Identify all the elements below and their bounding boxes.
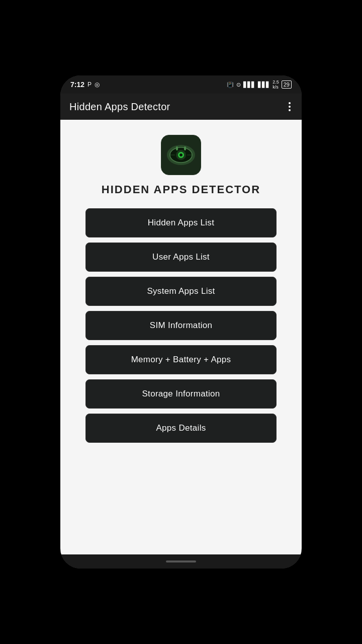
sim-information-button[interactable]: SIM Information bbox=[85, 311, 277, 340]
svg-rect-6 bbox=[184, 146, 186, 150]
hidden-apps-list-button[interactable]: Hidden Apps List bbox=[85, 208, 277, 237]
app-icon bbox=[161, 135, 201, 175]
notification-icon-parking: P bbox=[87, 81, 92, 88]
app-bar: Hidden Apps Detector bbox=[60, 94, 302, 120]
app-heading: Hidden Apps Detector bbox=[102, 183, 260, 196]
phone-frame: 7:12 P ◎ 📳 ⊙ ▋▋▋ ▋▋▋ 2.5k/s 29 Hidden Ap… bbox=[60, 75, 302, 569]
storage-information-button[interactable]: Storage Information bbox=[85, 379, 277, 409]
memory-battery-apps-button[interactable]: Memory + Battery + Apps bbox=[85, 345, 277, 374]
battery-icon: 29 bbox=[282, 80, 292, 89]
wifi-icon: ⊙ bbox=[236, 82, 241, 88]
more-options-button[interactable] bbox=[287, 100, 293, 113]
app-icon-svg bbox=[166, 144, 196, 167]
home-indicator bbox=[166, 560, 196, 562]
status-left: 7:12 P ◎ bbox=[70, 80, 100, 89]
signal-icon-1: ▋▋▋ bbox=[243, 82, 255, 88]
svg-rect-5 bbox=[176, 146, 178, 150]
apps-details-button[interactable]: Apps Details bbox=[85, 414, 277, 443]
more-dot-1 bbox=[289, 102, 291, 104]
user-apps-list-button[interactable]: User Apps List bbox=[85, 243, 277, 272]
app-icon-container bbox=[161, 135, 201, 175]
vibrate-icon: 📳 bbox=[227, 82, 234, 88]
more-dot-2 bbox=[289, 106, 291, 108]
data-speed: 2.5k/s bbox=[273, 79, 279, 90]
status-icons: 📳 ⊙ ▋▋▋ ▋▋▋ 2.5k/s 29 bbox=[227, 79, 292, 90]
more-dot-3 bbox=[289, 109, 291, 111]
status-time: 7:12 bbox=[70, 80, 84, 89]
bottom-bar bbox=[60, 554, 302, 569]
notification-icon-circle: ◎ bbox=[95, 81, 100, 88]
system-apps-list-button[interactable]: System Apps List bbox=[85, 277, 277, 306]
main-content: Hidden Apps Detector Hidden Apps List Us… bbox=[60, 120, 302, 554]
signal-icon-2: ▋▋▋ bbox=[258, 82, 270, 88]
app-bar-title: Hidden Apps Detector bbox=[69, 101, 170, 113]
svg-point-4 bbox=[179, 153, 183, 156]
status-bar: 7:12 P ◎ 📳 ⊙ ▋▋▋ ▋▋▋ 2.5k/s 29 bbox=[60, 75, 302, 94]
